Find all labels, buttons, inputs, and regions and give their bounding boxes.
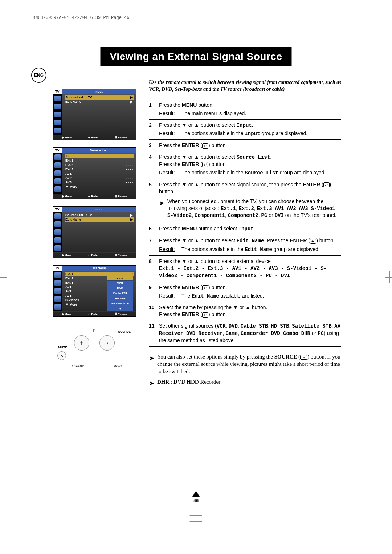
result-text: The Edit Name available are listed. — [181, 292, 264, 300]
crop-mark-left — [0, 271, 7, 283]
result-text: The options available in the Input group… — [181, 130, 307, 137]
result-text: The main menu is displayed. — [181, 110, 246, 117]
remote-p-label: P — [93, 329, 96, 333]
osd-item-edit-name[interactable]: Edit Name ▶ — [65, 100, 134, 104]
osd-item-ext3[interactable]: Ext.3- - - - — [65, 167, 134, 171]
osd-input-menu-1: TV Input Source List : TV ▶ Edit Name ▶ … — [53, 89, 136, 140]
osd-category-icons — [53, 271, 62, 311]
step-text: Press the ENTER (↵) button. — [159, 142, 341, 149]
osd-item-av2[interactable]: AV2- - - - — [65, 176, 134, 180]
osd-footer-hints: ◆ Move ↵ Enter Ⅲ Return — [53, 252, 136, 258]
step-4: 4Press the ▼ or ▲ button to select Sourc… — [149, 151, 341, 179]
step-number: 8 — [149, 258, 159, 279]
remote-mute-button[interactable]: ✕ — [57, 351, 66, 360]
steps-list: 1Press the MENU button.Result:The main m… — [149, 100, 341, 347]
osd-input-menu-2: TV Input Source List : TV ▶ Edit Name ▶ … — [53, 206, 136, 258]
page-title: Viewing an External Signal Source — [100, 47, 291, 66]
step-9: 9Press the ENTER (↵) button.Result:The E… — [149, 282, 341, 302]
osd-item-ext2[interactable]: Ext.2- - - - — [65, 163, 134, 167]
step-text: Press the ▼ or ▲ button to select signal… — [159, 181, 341, 195]
osd-item-tv[interactable]: TV — [65, 154, 134, 158]
step-7: 7Press the ▼ or ▲ button to select Edit … — [149, 235, 341, 256]
edit-option-more[interactable]: ▼ — [107, 306, 133, 311]
osd-item-more[interactable]: ▼ More — [65, 185, 134, 189]
remote-ttx-label: TTX/MIX — [71, 364, 84, 368]
step-11: 11Set other signal sources (VCR, DVD, Ca… — [149, 320, 341, 347]
osd-tv-label: TV — [53, 148, 62, 153]
result-label: Result: — [159, 292, 178, 300]
step-number: 2 — [149, 122, 159, 138]
crop-mark-top — [196, 13, 196, 23]
step-6: 6Press the MENU button and select Input. — [149, 223, 341, 235]
pointer-icon: ➤ — [149, 354, 154, 363]
updown-icon: ◆ — [62, 312, 64, 316]
pointer-icon: ➤ — [159, 199, 164, 207]
osd-item-edit-name[interactable]: Edit Name ▶ — [65, 217, 134, 222]
edit-option-none[interactable]: - - - - — [107, 276, 133, 281]
osd-tv-label: TV — [53, 207, 62, 212]
step-number: 1 — [149, 102, 159, 117]
step-text: Press the ▼ or ▲ button to select Edit N… — [159, 237, 341, 244]
step-number: 9 — [149, 284, 159, 300]
osd-title: Source List — [62, 148, 136, 153]
edit-option-vcr[interactable]: VCR — [107, 281, 133, 286]
intro-text: Use the remote control to switch between… — [149, 79, 341, 93]
osd-tv-label: TV — [53, 266, 62, 271]
remote-volume-button[interactable]: + — [74, 335, 89, 351]
edit-option-dvd[interactable]: DVD — [107, 286, 133, 291]
end-note-text: You can also set these options simply by… — [157, 353, 341, 375]
end-note: ➤DHR : DVD HDD Recorder — [149, 378, 341, 388]
language-badge: ENG — [31, 68, 46, 83]
edit-option-hd-stb[interactable]: HD STB — [107, 296, 133, 301]
osd-list: Source List : TV ▶ Edit Name ▶ — [62, 94, 136, 135]
osd-item-source-list[interactable]: Source List : TV ▶ — [65, 213, 134, 217]
osd-category-icons — [53, 94, 62, 135]
osd-item-av1[interactable]: AV1- - - - — [65, 171, 134, 176]
print-header: BN68-00597A-01 4/2/04 6:39 PM Page 46 — [33, 15, 129, 20]
remote-info-label: INFO — [114, 364, 122, 368]
step-number: 5 — [149, 181, 159, 221]
edit-name-popup: - - - - VCR DVD Cable STB HD STB Satelli… — [107, 276, 133, 311]
osd-list: Source List : TV ▶ Edit Name ▶ — [62, 212, 136, 252]
crop-mark-right — [385, 271, 392, 283]
step-text: Press the MENU button. — [159, 102, 341, 109]
osd-item-av3[interactable]: AV3- - - - — [65, 180, 134, 185]
result-label: Result: — [159, 246, 178, 253]
instructions-column: Use the remote control to switch between… — [149, 79, 341, 389]
osd-category-icons — [53, 153, 62, 194]
enter-icon: ↵ — [88, 195, 91, 198]
osd-footer-hints: ◆ Move ↵ Enter Ⅲ Return — [53, 194, 136, 199]
osd-footer-hints: ◆ Move ↵ Enter Ⅲ Return — [53, 311, 136, 316]
step-number: 3 — [149, 142, 159, 149]
result-label: Result: — [159, 130, 178, 137]
step-number: 4 — [149, 154, 159, 177]
step-note: When you connect equipment to the TV, yo… — [167, 198, 341, 219]
osd-item-ext1[interactable]: Ext.1- - - - — [65, 158, 134, 163]
step-text: Press the MENU button and select Input. — [159, 225, 341, 232]
osd-source-list: TV Source List TV Ext.1- - - - Ext.2- - … — [53, 147, 136, 199]
step-number: 11 — [149, 323, 159, 344]
end-notes: ➤You can also set these options simply b… — [149, 353, 341, 388]
edit-option-cable-stb[interactable]: Cable STB — [107, 291, 133, 296]
step-number: 10 — [149, 304, 159, 318]
osd-category-icons — [53, 212, 62, 252]
return-icon: Ⅲ — [115, 136, 117, 139]
remote-channel-button[interactable]: ∧ — [99, 335, 115, 351]
step-number: 6 — [149, 225, 159, 232]
result-text: The options available in the Edit Name g… — [181, 246, 320, 253]
step-text: Select the name by pressing the ▼ or ▲ b… — [159, 304, 341, 318]
step-text: Press the ▼ or ▲ button to select extern… — [159, 258, 341, 279]
osd-list: TV Ext.1- - - - Ext.2- - - - Ext.3- - - … — [62, 153, 136, 194]
return-icon: Ⅲ — [115, 195, 117, 198]
page-marker-triangle — [192, 491, 200, 497]
step-number: 7 — [149, 237, 159, 253]
step-8: 8Press the ▼ or ▲ button to select exter… — [149, 256, 341, 282]
result-label: Result: — [159, 110, 178, 117]
osd-title: Input — [62, 207, 136, 212]
edit-option-satellite-stb[interactable]: Satellite STB — [107, 301, 133, 306]
osd-item-source-list[interactable]: Source List : TV ▶ — [65, 95, 134, 100]
crop-mark-bottom — [196, 515, 196, 525]
step-text: Press the ▼ or ▲ button to select Source… — [159, 154, 341, 168]
step-1: 1Press the MENU button.Result:The main m… — [149, 100, 341, 120]
enter-icon: ↵ — [88, 312, 91, 316]
